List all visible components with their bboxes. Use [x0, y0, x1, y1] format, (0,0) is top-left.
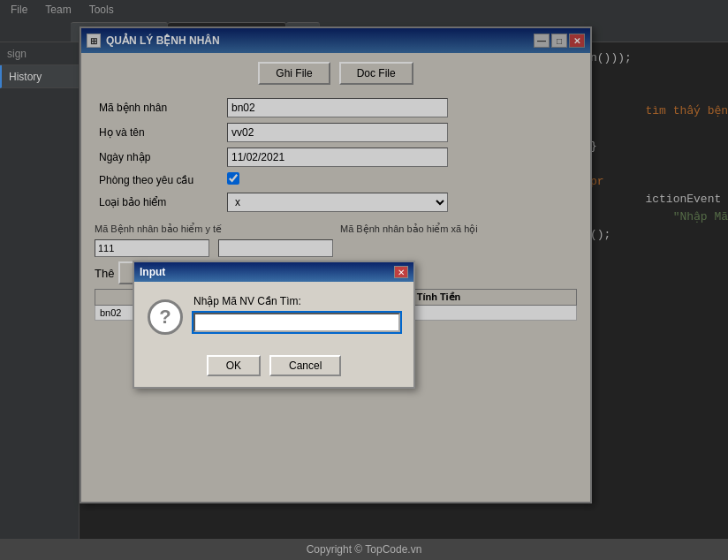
- dialog-close-button[interactable]: ✕: [394, 266, 408, 278]
- dialog-title: Input: [140, 266, 165, 278]
- dialog-overlay: Input ✕ ? Nhập Mã NV Cần Tìm: OK Cancel: [0, 0, 728, 560]
- dialog-prompt-label: Nhập Mã NV Cần Tìm:: [193, 295, 400, 307]
- dialog-buttons: OK Cancel: [134, 348, 413, 387]
- input-dialog: Input ✕ ? Nhập Mã NV Cần Tìm: OK Cancel: [133, 261, 415, 389]
- dialog-form: Nhập Mã NV Cần Tìm:: [193, 295, 400, 332]
- dialog-titlebar: Input ✕: [134, 262, 413, 282]
- dialog-body: ? Nhập Mã NV Cần Tìm:: [134, 282, 413, 348]
- question-icon: ?: [148, 299, 183, 335]
- dialog-ok-button[interactable]: OK: [207, 355, 261, 376]
- dialog-input-field[interactable]: [193, 313, 400, 332]
- dialog-cancel-button[interactable]: Cancel: [269, 355, 341, 376]
